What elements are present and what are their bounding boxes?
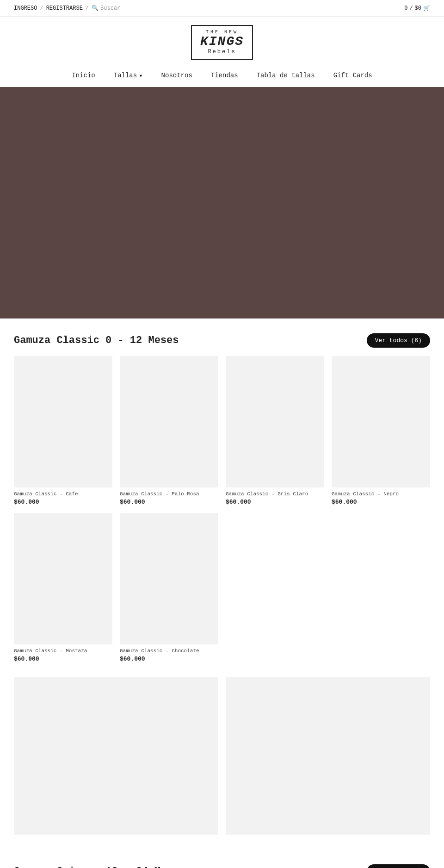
product-grid-row1: Gamuza Classic - Cafe $60.000 Gamuza Cla… [14, 356, 430, 506]
product-card-gris-claro[interactable]: Gamuza Classic - Gris Claro $60.000 [226, 356, 324, 506]
product-card-negro[interactable]: Gamuza Classic - Negro $60.000 [332, 356, 430, 506]
product-price-gris-claro: $60.000 [226, 499, 324, 506]
section-title-3: Gamuza Gripper 12 - 24 Meses [14, 866, 185, 868]
product-image-cafe [14, 356, 112, 487]
product-price-chocolate: $60.000 [120, 656, 218, 662]
product-price-mostaza: $60.000 [14, 656, 112, 662]
product-image-gris-claro [226, 356, 324, 487]
product-price-cafe: $60.000 [14, 499, 112, 506]
product-price-palo-rosa: $60.000 [120, 499, 218, 506]
search-icon: 🔍 [92, 5, 99, 12]
nav-nosotros[interactable]: Nosotros [161, 72, 192, 80]
ver-todos-button-1[interactable]: Ver todos (6) [367, 333, 430, 348]
product-card-cafe[interactable]: Gamuza Classic - Cafe $60.000 [14, 356, 112, 506]
product-name-mostaza: Gamuza Classic - Mostaza [14, 648, 112, 654]
nav-gift-cards[interactable]: Gift Cards [333, 72, 372, 80]
nav-inicio-label: Inicio [72, 72, 95, 79]
product-image-mostaza [14, 513, 112, 644]
product-card-wide-2[interactable] [226, 677, 430, 838]
registrarse-link[interactable]: REGISTRARSE [46, 5, 83, 12]
cart-separator: / [409, 5, 413, 12]
product-card-mostaza[interactable]: Gamuza Classic - Mostaza $60.000 [14, 513, 112, 662]
section-gamuza-gripper: Gamuza Gripper 12 - 24 Meses Ver todos (… [0, 857, 444, 868]
nav-inicio[interactable]: Inicio [72, 72, 95, 80]
top-bar: INGRESO / REGISTRARSE / 🔍 Búscar 0 / $0 … [0, 0, 444, 17]
product-card-chocolate[interactable]: Gamuza Classic - Chocolate $60.000 [120, 513, 218, 662]
search-label: Búscar [100, 5, 120, 12]
logo-sub-text: Rebels [200, 49, 244, 55]
search-link[interactable]: 🔍 Búscar [92, 5, 120, 12]
product-price-negro: $60.000 [332, 499, 430, 506]
product-name-gris-claro: Gamuza Classic - Gris Claro [226, 491, 324, 497]
section-wide-products [0, 674, 444, 857]
slash-1: / [40, 5, 43, 12]
logo-main-text: KINGS [200, 35, 244, 49]
product-image-wide-1 [14, 677, 218, 835]
ingreso-link[interactable]: INGRESO [14, 5, 37, 12]
logo-area: THE NEW KINGS Rebels [0, 17, 444, 66]
main-nav: Inicio Tallas ▾ Nosotros Tiendas Tabla d… [0, 66, 444, 80]
nav-tallas-chevron: ▾ [139, 72, 142, 80]
product-grid-wide [14, 677, 430, 838]
product-image-chocolate [120, 513, 218, 644]
nav-tallas[interactable]: Tallas ▾ [114, 72, 143, 80]
product-image-palo-rosa [120, 356, 218, 487]
product-image-wide-2 [226, 677, 430, 835]
product-card-wide-1[interactable] [14, 677, 218, 838]
product-name-cafe: Gamuza Classic - Cafe [14, 491, 112, 497]
nav-gift-cards-label: Gift Cards [333, 72, 372, 79]
section-header-3: Gamuza Gripper 12 - 24 Meses Ver todos (… [14, 864, 430, 868]
product-name-negro: Gamuza Classic - Negro [332, 491, 430, 497]
nav-tallas-label: Tallas [114, 72, 137, 79]
section-gamuza-classic: Gamuza Classic 0 - 12 Meses Ver todos (6… [0, 318, 444, 674]
top-bar-left: INGRESO / REGISTRARSE / 🔍 Búscar [14, 5, 120, 12]
section-header-1: Gamuza Classic 0 - 12 Meses Ver todos (6… [14, 333, 430, 348]
site-logo[interactable]: THE NEW KINGS Rebels [191, 25, 253, 60]
top-bar-right: 0 / $0 🛒 [404, 5, 430, 12]
product-image-negro [332, 356, 430, 487]
product-name-chocolate: Gamuza Classic - Chocolate [120, 648, 218, 654]
nav-nosotros-label: Nosotros [161, 72, 192, 79]
cart-icon[interactable]: 🛒 [423, 5, 430, 12]
nav-tiendas-label: Tiendas [211, 72, 238, 79]
slash-2: / [86, 5, 89, 12]
section-title-1: Gamuza Classic 0 - 12 Meses [14, 335, 179, 346]
nav-tabla-tallas[interactable]: Tabla de tallas [257, 72, 315, 80]
nav-tabla-tallas-label: Tabla de tallas [257, 72, 315, 79]
product-card-palo-rosa[interactable]: Gamuza Classic - Palo Rosa $60.000 [120, 356, 218, 506]
cart-count: 0 [404, 5, 407, 12]
hero-banner [0, 87, 444, 318]
product-grid-row2: Gamuza Classic - Mostaza $60.000 Gamuza … [14, 513, 430, 662]
nav-tiendas[interactable]: Tiendas [211, 72, 238, 80]
product-name-palo-rosa: Gamuza Classic - Palo Rosa [120, 491, 218, 497]
cart-amount: $0 [415, 5, 421, 12]
ver-todos-button-3[interactable]: Ver todos (6) [367, 864, 430, 868]
